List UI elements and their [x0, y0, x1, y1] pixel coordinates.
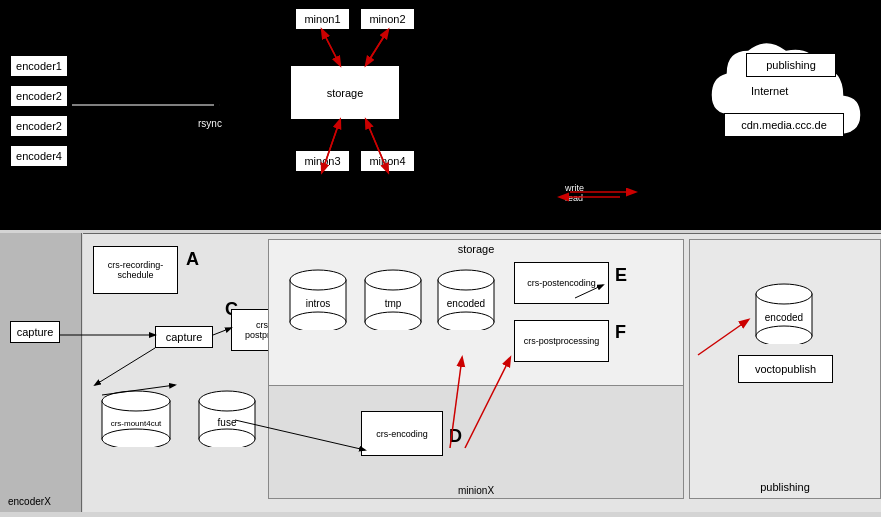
svg-point-17 — [438, 270, 494, 290]
storage-top-box: storage — [290, 65, 400, 120]
publishing-section: encoded voctopublish publishing — [689, 239, 881, 499]
minon3-label: minon3 — [304, 155, 340, 167]
minon1-label: minon1 — [304, 13, 340, 25]
label-d: D — [449, 426, 462, 447]
minion2-box: minon2 — [360, 8, 415, 30]
crs-postprocessing-box: crs-postprocessing — [514, 320, 609, 362]
encoder1-label: encoder1 — [16, 60, 62, 72]
svg-point-2 — [102, 429, 170, 447]
diagram-container: encoder1 encoder2 encoder2 encoder4 rsyn… — [0, 0, 881, 517]
voctopublish-box: voctopublish — [738, 355, 833, 383]
minion4-box: minon4 — [360, 150, 415, 172]
crs-postprocessing-label: crs-postprocessing — [524, 336, 600, 346]
svg-point-5 — [199, 391, 255, 411]
minion3-box: minon3 — [295, 150, 350, 172]
svg-text:crs-mount4cut: crs-mount4cut — [111, 419, 162, 428]
svg-text:encoded: encoded — [447, 298, 485, 309]
svg-point-10 — [290, 312, 346, 330]
svg-text:fuse: fuse — [218, 417, 237, 428]
encoder3-label: encoder2 — [16, 120, 62, 132]
svg-point-1 — [102, 391, 170, 411]
storage-top-label: storage — [327, 87, 364, 99]
publishing-top-label: publishing — [766, 59, 816, 71]
intros-cylinder: intros — [289, 268, 347, 332]
bottom-main-area: crs-recording-schedule A capture C crs-c… — [83, 233, 881, 512]
capture-bottom-label: capture — [166, 331, 203, 343]
svg-point-18 — [438, 312, 494, 330]
svg-point-21 — [756, 284, 812, 304]
label-e: E — [615, 265, 627, 286]
write-label: write — [565, 183, 584, 193]
internet-label: Internet — [751, 85, 788, 97]
crs-recording-box: crs-recording-schedule — [93, 246, 178, 294]
encoder3-box: encoder2 — [10, 115, 68, 137]
minionx-label: minionX — [269, 485, 683, 496]
encoder2-label: encoder2 — [16, 90, 62, 102]
rsync-label: rsync — [198, 118, 222, 129]
capture-left-box: capture — [10, 321, 60, 343]
svg-point-14 — [365, 312, 421, 330]
storage-area-label: storage — [269, 243, 683, 255]
encoderx-label: encoderX — [8, 496, 51, 507]
crs-encoding-label: crs-encoding — [376, 429, 428, 439]
minon4-label: minon4 — [369, 155, 405, 167]
label-f: F — [615, 322, 626, 343]
capture-bottom-box: capture — [155, 326, 213, 348]
encoder2-box: encoder2 — [10, 85, 68, 107]
encoded-top-cylinder: encoded — [437, 268, 495, 332]
svg-point-6 — [199, 429, 255, 447]
cdn-label: cdn.media.ccc.de — [741, 119, 827, 131]
crs-recording-label: crs-recording-schedule — [94, 260, 177, 280]
svg-point-13 — [365, 270, 421, 290]
crs-postencoding-label: crs-postencoding — [527, 278, 596, 288]
fuse-cylinder: fuse — [198, 389, 256, 449]
svg-text:encoded: encoded — [765, 312, 803, 323]
label-a: A — [186, 249, 199, 270]
svg-point-9 — [290, 270, 346, 290]
cdn-box: cdn.media.ccc.de — [724, 113, 844, 137]
storage-sub-area: storage intros tmp — [268, 239, 684, 499]
svg-text:intros: intros — [306, 298, 330, 309]
svg-text:tmp: tmp — [385, 298, 402, 309]
write-read-label: write read — [565, 183, 584, 203]
crs-encoding-box: crs-encoding — [361, 411, 443, 456]
cloud-container: publishing Internet cdn.media.ccc.de — [696, 15, 876, 175]
minionx-sub-section: crs-encoding D minionX — [269, 385, 683, 498]
encoder1-box: encoder1 — [10, 55, 68, 77]
crs-mount-cylinder: crs-mount4cut — [101, 389, 171, 449]
encoder4-box: encoder4 — [10, 145, 68, 167]
minon2-label: minon2 — [369, 13, 405, 25]
minion1-box: minon1 — [295, 8, 350, 30]
publishing-bottom-label: publishing — [690, 481, 880, 493]
publishing-top-box: publishing — [746, 53, 836, 77]
svg-point-22 — [756, 326, 812, 344]
encoderx-section: encoderX capture — [0, 233, 82, 512]
crs-postencoding-box: crs-postencoding — [514, 262, 609, 304]
encoded-right-cylinder: encoded — [755, 282, 813, 346]
capture-left-label: capture — [17, 326, 54, 338]
read-label: read — [565, 193, 584, 203]
tmp-cylinder: tmp — [364, 268, 422, 332]
voctopublish-label: voctopublish — [755, 363, 816, 375]
encoder4-label: encoder4 — [16, 150, 62, 162]
